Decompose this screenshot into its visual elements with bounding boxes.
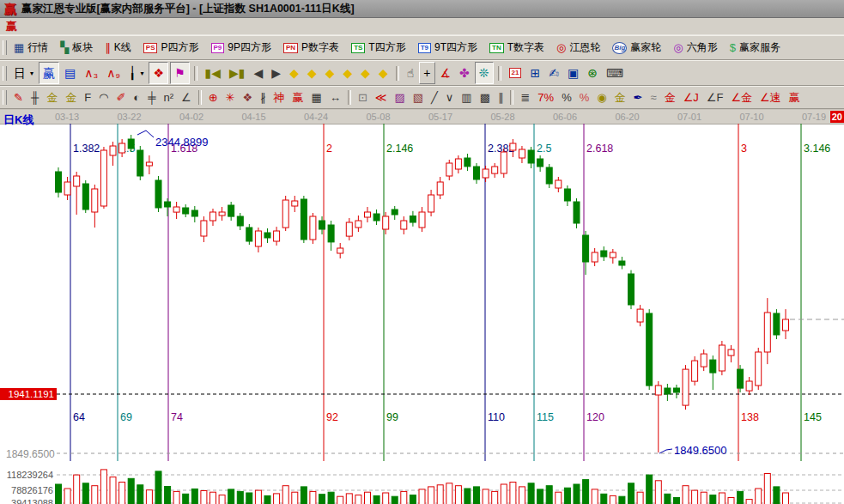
candle-style-dropdown[interactable]: ╽ [125,63,147,83]
speed-angle-tool[interactable]: ∠速 [756,88,785,108]
menu-formula-stock-pick[interactable] [82,26,98,27]
trend-line-tool[interactable]: ╱ [428,88,441,108]
gann-wheel-grid-tool[interactable]: ❖ [239,88,256,108]
crosshair-tool[interactable]: + [419,62,434,84]
child-window-icon[interactable]: 赢 [6,19,17,34]
f-grid-tool[interactable]: F [81,88,94,108]
fan-box2-tool[interactable]: ▧ [410,88,427,108]
gann-wheel-button[interactable]: ◎ 江恩轮 [553,38,604,58]
sectors-button[interactable]: ▚ 板块 [57,38,96,58]
title-bar[interactable]: 赢 赢家江恩专业版[赢家内部服务平台] - [上证指数 SH1A0001-111… [0,0,844,18]
hexagon-button[interactable]: ◎ 六角形 [670,38,720,58]
winner-view-toggle[interactable]: 赢 [39,62,59,84]
toolbar-grip[interactable] [3,90,7,105]
menu-window[interactable] [129,26,144,27]
box-region-tool[interactable]: ⊡ [355,88,371,108]
calculator-button[interactable]: ⊞ [526,63,543,83]
next-page-button[interactable]: ▶ [268,63,284,83]
menu-tools[interactable] [113,26,129,27]
marker-pen-tool[interactable]: ✐ [112,88,129,108]
circle-cross-tool[interactable]: ⊕ [205,88,222,108]
winner-wheel-button[interactable]: Big 赢家轮 [609,38,665,58]
expand-all-diamond[interactable]: ◆ [375,63,392,83]
p-square-button[interactable]: PS P四方形 [140,38,203,58]
expand-h-diamond[interactable]: ◆ [322,63,338,83]
smart-analysis-toggle[interactable]: ❊ [475,62,494,84]
volume-flag-toggle[interactable]: ⚑ [170,62,190,84]
toolbar-grip[interactable] [3,66,7,81]
grid-dense-tool[interactable]: ▩ [477,88,494,108]
menu-browse[interactable] [36,26,52,27]
winner-service-button[interactable]: $ 赢家服务 [726,38,784,58]
pencil-tool[interactable]: ✎ [10,88,27,108]
n-square-tool[interactable]: n² [160,88,177,108]
f-angle-tool[interactable]: ∠F [703,88,727,108]
j-angle-tool[interactable]: ∠J [680,88,702,108]
width-measure-tool[interactable]: ↔ [326,88,344,108]
gann-shape-tool[interactable]: ✤ [456,63,473,83]
ninep-square-button[interactable]: P9 9P四方形 [208,38,275,58]
ink-pen-tool[interactable]: ✒ [630,88,647,108]
web-sync-button[interactable]: ⊛ [584,63,601,83]
cycle-circle-tool[interactable]: ◐ [130,88,143,108]
expand-plus-diamond[interactable]: ◆ [357,63,373,83]
t-number-table-button[interactable]: TN T数字表 [486,38,548,58]
grid-v-tool[interactable]: ▥ [458,88,475,108]
data-list-tool[interactable]: ≣ [517,88,533,108]
gold-line-tool[interactable]: 金 [611,88,629,108]
calendar-21-button[interactable]: 21 [506,63,525,83]
angle-measure-tool[interactable]: ∡ [437,63,455,83]
ying-analysis-tool[interactable]: 赢 [289,88,307,108]
p-number-table-button[interactable]: PN P数字表 [280,38,343,58]
angle-template-tool[interactable]: ∠ [178,88,195,108]
period-day-dropdown[interactable]: 日 [10,63,37,83]
zigzag-tool[interactable]: ∨ [442,88,458,108]
kline-chart[interactable]: 11823926478826176394130881.382641.5691.6… [0,123,844,504]
gann-line-tool[interactable]: ╫ [27,88,42,108]
zoom-left-diamond[interactable]: ◆ [286,63,302,83]
save-disk-button[interactable]: ▣ [564,63,582,83]
info-list-button[interactable]: ▤ [61,63,79,83]
last-page-button[interactable]: ▶▮ [226,63,248,83]
menu-gann[interactable] [67,26,82,27]
menu-help[interactable] [160,26,175,27]
percent-level-tool[interactable]: % [576,88,593,108]
gold-grid-b-tool[interactable]: 金 [62,88,80,108]
kline-button[interactable]: ∥ K线 [101,38,135,58]
gann-wheel-small-tool[interactable]: ✳ [222,88,239,108]
fan-box-tool[interactable]: ▨ [391,88,408,108]
fan-lines-tool[interactable]: ≪ [372,88,391,108]
parallel-lines-tool[interactable]: ∥ [495,88,507,108]
menu-settings[interactable] [98,26,113,27]
compress-x-diamond[interactable]: ◆ [339,63,355,83]
quotes-button[interactable]: ▦ 行情 [10,38,52,58]
wave-9-button[interactable]: ∧₉ [103,63,124,83]
ruler-ticks-tool[interactable]: ╪ [144,88,159,108]
gold-circle-tool[interactable]: ◉ [593,88,610,108]
ying-edge-tool[interactable]: 赢 [786,88,804,108]
pattern-grid-toggle[interactable]: ❖ [149,62,168,84]
zoom-base-diamond[interactable]: ◆ [304,63,320,83]
t-square-button[interactable]: TS T四方形 [348,38,410,58]
wave-a-tool[interactable]: ≈ [647,88,660,108]
gold-grid-a-tool[interactable]: 金 [43,88,61,108]
percent-7-tool[interactable]: 7% [534,88,557,108]
remote-computer-button[interactable]: ⌨ [603,63,627,83]
ninet-square-button[interactable]: T9 9T四方形 [415,38,481,58]
gold-angle-tool[interactable]: ∠金 [727,88,756,108]
shen-analysis-tool[interactable]: 神 [270,88,288,108]
k-count-tool[interactable]: ∦ [257,88,270,108]
memo-notes-button[interactable]: ✍ [545,63,562,83]
menu-news[interactable] [52,26,67,27]
gold-mark-tool[interactable]: 金 [661,88,679,108]
toolbar-grip[interactable] [3,40,7,55]
number-grid-tool[interactable]: ▦ [308,88,325,108]
menu-file[interactable] [21,26,36,27]
menu-trade-order[interactable] [144,26,160,27]
prev-page-button[interactable]: ◀ [251,63,267,83]
arc-tool[interactable]: ◠ [95,88,112,108]
hand-tool[interactable]: ☝ [404,63,418,83]
percent-tool[interactable]: % [558,88,575,108]
wave-3-button[interactable]: ∧₃ [81,63,101,83]
first-page-button[interactable]: ▮◀ [202,63,224,83]
